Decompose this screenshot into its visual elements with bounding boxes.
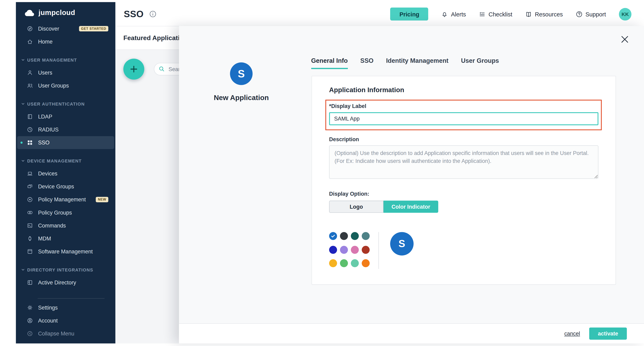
cancel-button[interactable]: cancel [564,330,580,337]
sidebar-item-ldap[interactable]: LDAP [17,110,114,123]
section-user-authentication[interactable]: USER AUTHENTICATION [16,97,116,110]
app-initial-badge: S [230,62,252,85]
color-swatch[interactable] [362,259,370,267]
display-label-input[interactable] [329,112,598,125]
sidebar-item-users[interactable]: Users [17,66,114,79]
tab-identity-management[interactable]: Identity Management [386,57,448,69]
color-swatch[interactable] [340,259,348,267]
sidebar-item-label: Policy Management [38,197,86,203]
color-picker-row: S [329,232,598,269]
tab-user-groups[interactable]: User Groups [461,57,499,69]
sidebar-item-policy-groups[interactable]: Policy Groups [17,206,114,219]
section-directory-integrations[interactable]: DIRECTORY INTEGRATIONS [16,263,116,276]
add-application-button[interactable] [124,59,144,79]
resources-button[interactable]: Resources [525,11,563,18]
software-icon [27,248,33,255]
device-groups-icon [27,184,33,190]
sidebar-item-label: Active Directory [38,279,76,286]
checklist-label: Checklist [488,11,512,18]
sidebar: jumpcloud Discover GET STARTED Home USER… [16,2,116,343]
color-swatch[interactable] [362,246,370,254]
sidebar-divider [38,298,104,299]
chevron-down-icon [21,267,25,272]
alerts-button[interactable]: Alerts [441,11,466,18]
app-root: jumpcloud Discover GET STARTED Home USER… [0,0,644,346]
sidebar-item-sso[interactable]: SSO [17,136,114,149]
panel-tabs: General Info SSO Identity Management Use… [311,57,499,69]
sidebar-item-radius[interactable]: RADIUS [17,123,114,136]
checklist-icon [479,11,486,18]
sidebar-item-commands[interactable]: Commands [17,219,114,232]
jumpcloud-logo[interactable]: jumpcloud [16,2,116,22]
sidebar-item-active-directory[interactable]: Active Directory [17,276,114,289]
display-label-label: *Display Label [329,103,598,109]
sidebar-item-discover[interactable]: Discover GET STARTED [17,22,114,35]
checklist-button[interactable]: Checklist [479,11,512,18]
active-directory-icon [27,279,33,286]
new-badge: NEW [96,197,108,202]
logo-option-button[interactable]: Logo [329,201,384,213]
pricing-button[interactable]: Pricing [390,8,428,21]
support-label: Support [585,11,606,18]
color-preview-badge: S [390,232,414,255]
bell-icon [441,11,448,18]
color-swatch[interactable] [340,246,348,254]
color-indicator-option-button[interactable]: Color Indicator [384,201,438,213]
color-swatch[interactable] [351,246,359,254]
close-icon [620,35,629,44]
sidebar-item-label: MDM [38,235,51,242]
sidebar-item-software-management[interactable]: Software Management [17,245,114,258]
new-application-panel: S New Application General Info SSO Ident… [179,26,644,343]
sidebar-item-account[interactable]: Account [17,314,114,327]
display-option-toggle: Logo Color Indicator [329,201,598,213]
color-swatch[interactable] [351,259,359,267]
color-swatch[interactable] [329,259,337,267]
color-swatch[interactable] [329,246,337,254]
description-label: Description [329,136,598,142]
section-device-management[interactable]: DEVICE MANAGEMENT [16,154,116,167]
sidebar-item-label: Account [38,317,58,324]
account-icon [27,317,33,324]
sidebar-item-devices[interactable]: Devices [17,167,114,180]
sidebar-item-label: RADIUS [38,126,59,133]
sidebar-item-collapse-menu[interactable]: Collapse Menu [17,327,114,340]
color-swatch-selected[interactable] [329,232,337,240]
tab-general-info[interactable]: General Info [311,57,348,69]
color-swatch[interactable] [362,232,370,240]
sidebar-item-label: SSO [38,139,50,146]
sidebar-footer: Settings Account Collapse Menu [16,298,116,340]
info-icon[interactable] [150,11,156,18]
color-swatch[interactable] [340,232,348,240]
color-swatch-grid [329,232,370,269]
question-icon [576,11,582,18]
sidebar-item-user-groups[interactable]: User Groups [17,79,114,92]
chevron-down-icon [21,159,25,163]
application-information-card: Application Information *Display Label D… [312,76,616,285]
section-user-management[interactable]: USER MANAGEMENT [16,53,116,66]
get-started-badge: GET STARTED [79,26,108,31]
display-label-field-group: *Display Label [329,103,598,125]
sidebar-item-mdm[interactable]: MDM [17,232,114,245]
radius-icon [27,126,33,133]
sidebar-item-label: Policy Groups [38,210,72,216]
section-title: USER MANAGEMENT [27,57,77,62]
sidebar-item-label: Software Management [38,248,93,255]
vertical-divider [378,232,379,269]
book-icon [525,11,532,18]
support-button[interactable]: Support [576,11,606,18]
sidebar-item-settings[interactable]: Settings [17,301,114,314]
color-swatch[interactable] [351,232,359,240]
sidebar-item-policy-management[interactable]: Policy Management NEW [17,193,114,206]
page-title: SSO [124,9,144,20]
activate-button[interactable]: activate [589,327,627,340]
sidebar-item-home[interactable]: Home [17,35,114,48]
sidebar-item-label: Discover [38,26,59,32]
sidebar-item-device-groups[interactable]: Device Groups [17,180,114,193]
topbar-actions: Pricing Alerts Checklist Resources Suppo… [390,8,632,21]
close-button[interactable] [620,35,629,44]
jumpcloud-cloud-icon [24,9,35,17]
tab-sso[interactable]: SSO [360,57,374,69]
user-avatar[interactable]: KK [619,8,632,20]
description-textarea[interactable] [329,145,598,179]
sidebar-item-label: Collapse Menu [38,330,74,337]
